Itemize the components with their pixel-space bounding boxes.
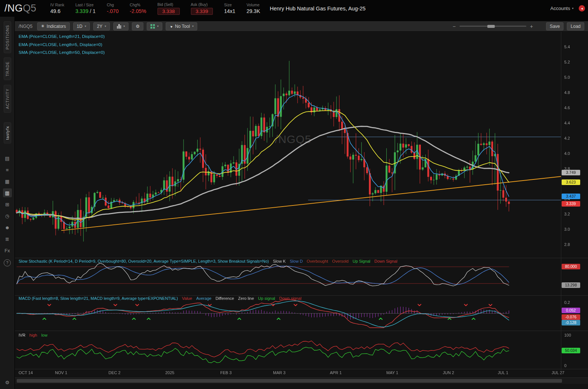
ivr-legend-0: high [29, 333, 37, 337]
gear-icon: ⚙ [136, 24, 140, 29]
macd-axis-bubble: 0.052 [562, 308, 580, 313]
sidebar-tab-tastyfx[interactable]: tastyfx [4, 122, 11, 143]
community-icon[interactable]: ☻ [3, 223, 12, 232]
price-axis-tick: 4.6 [564, 106, 570, 110]
symbol-block: /NGQ5 [4, 3, 36, 14]
watchlist-icon[interactable]: ≡ [3, 165, 12, 174]
chart-style-dropdown[interactable]: ▾ [113, 22, 129, 30]
price-axis-tick: 3.2 [564, 212, 570, 216]
bid-value[interactable]: 3.338 [157, 8, 180, 15]
stochastic-legend-4: Up Signal [353, 259, 370, 263]
help-icon[interactable]: ? [4, 259, 11, 266]
sidebar-tab-positions[interactable]: POSITIONS [4, 21, 11, 53]
quote-field-chg-pct: Chg%-2.05% [130, 3, 146, 14]
overlay-legend-0: EMA (Price=CLOSE, Length=21, Displace=0) [19, 33, 105, 41]
ask-value[interactable]: 3.339 [191, 8, 213, 15]
left-sidebar: POSITIONSTRADEACTIVITYtastyfx▤≡▦▥⊞◷☻≣Fx?… [0, 17, 15, 389]
indicators-button[interactable]: ✳ Indicators [37, 22, 69, 30]
macd-axis-tick: 0.2 [564, 300, 570, 305]
zoom-slider[interactable] [459, 26, 526, 27]
macd-legend-2: Difference [215, 296, 234, 301]
indicators-icon: ✳ [41, 24, 44, 29]
quote-field-last-size: Last / Size3.339 / 1 [75, 3, 96, 14]
range-dropdown[interactable]: 2Y ▾ [93, 22, 110, 30]
chevron-down-icon: ▾ [85, 25, 86, 28]
price-axis-tick: 5.2 [564, 60, 570, 64]
ivr-axis-bubble: 50.034 [562, 348, 580, 353]
collapse-panel-button[interactable]: ◂ [579, 5, 585, 12]
timeframe-dropdown[interactable]: 1D ▾ [73, 22, 90, 30]
stochastic-header: Slow Stochastic (K Period=14, D Period=9… [19, 259, 397, 263]
load-button[interactable]: Load [567, 22, 584, 30]
zoom-slider-thumb[interactable] [487, 25, 495, 28]
overlay-legend-2: SMA (Price=CLOSE, Length=50, Displace=0) [19, 49, 105, 57]
symbol-contract: Q5 [23, 3, 36, 14]
time-axis-label: NOV 1 [55, 370, 67, 375]
panel-divider [15, 258, 588, 258]
sidebar-icon-group: ▤≡▦▥⊞◷☻≣Fx? [3, 154, 12, 266]
history-icon[interactable]: ◷ [3, 211, 12, 220]
zoom-in-button[interactable]: + [530, 23, 533, 29]
apps-grid-icon[interactable]: ⊞ [3, 200, 12, 209]
bid-label: Bid (Sell) [157, 2, 173, 7]
chart-overlay-legend: EMA (Price=CLOSE, Length=21, Displace=0)… [19, 33, 105, 57]
chevron-down-icon: ▾ [123, 25, 125, 28]
macd-legend-0: Value [182, 296, 192, 301]
quote-header: /NGQ5 IV Rank49.6Last / Size3.339 / 1Chg… [0, 0, 588, 17]
price-chart-canvas[interactable] [15, 32, 561, 375]
indicators-label: Indicators [47, 24, 66, 29]
chart-icon[interactable]: ▥ [3, 188, 12, 197]
time-axis-label: APR 1 [330, 370, 342, 375]
chg-value: -.070 [107, 8, 118, 14]
stochastic-legend-5: Down Signal [374, 259, 397, 263]
price-axis-tick: 4.8 [564, 90, 570, 95]
macd-label: MACD (Fast length=8, Slow length=21, MAC… [19, 296, 178, 301]
sidebar-settings-icon[interactable]: ⚙ [5, 380, 10, 385]
quote-fields: IV Rank49.6Last / Size3.339 / 1Chg-.070C… [51, 2, 260, 15]
chart-toolbar: /NGQ5 ✳ Indicators 1D ▾ 2Y ▾ ▾ ⚙ ▾ ▲ No … [15, 21, 588, 32]
news-icon[interactable]: ▤ [3, 154, 12, 163]
quote-field-iv-rank: IV Rank49.6 [51, 3, 64, 14]
chart-settings-button[interactable]: ⚙ [132, 22, 143, 30]
last-size-suffix: / 1 [88, 8, 95, 14]
stochastic-legend-3: Oversold [332, 259, 348, 263]
size-value: 14x1 [224, 8, 235, 14]
price-axis-bubble: 3.339 [562, 201, 580, 207]
stochastic-axis-bubble: 80.000 [562, 264, 580, 269]
stochastic-legend-1: Slow D [290, 259, 303, 263]
price-axis-tick: 4.4 [564, 121, 570, 125]
drawing-tool-dropdown[interactable]: ▲ No Tool ▾ [166, 22, 197, 30]
last-size-value: 3.339 / 1 [75, 8, 96, 14]
time-axis-label: JUN 2 [443, 370, 454, 375]
panel-divider [15, 331, 588, 331]
accounts-dropdown[interactable]: Accounts ▾ [550, 6, 574, 11]
cursor-icon: ▲ [169, 24, 173, 29]
time-axis-label: MAR 3 [273, 370, 286, 375]
chg-pct-label: Chg% [130, 3, 140, 7]
stochastic-axis-bubble: 13.298 [562, 282, 580, 288]
products-icon[interactable]: ▦ [3, 177, 12, 186]
chart-scrollbar[interactable] [15, 377, 588, 384]
quote-field-ask: Ask (Buy)3.339 [191, 2, 213, 15]
time-axis: OCT 14NOV 1DEC 22025FEB 3MAR 3APR 1MAY 1… [15, 370, 561, 376]
macd-axis-bubble: -0.076 [562, 314, 580, 320]
layers-icon[interactable]: ≣ [3, 234, 12, 243]
instrument-title: Henry Hub Natural Gas Futures, Aug-25 [270, 6, 366, 12]
panel-divider [15, 295, 588, 296]
zoom-out-button[interactable]: − [453, 23, 456, 29]
quote-field-size: Size14x1 [224, 3, 235, 14]
fx-icon[interactable]: Fx [3, 246, 12, 255]
collapse-arrow-icon: ◂ [581, 6, 583, 10]
scrollbar-thumb[interactable] [17, 379, 562, 383]
save-button[interactable]: Save [546, 22, 563, 30]
chg-pct-value: -2.05% [130, 8, 146, 14]
layout-grid-dropdown[interactable]: ▾ [147, 22, 162, 30]
sidebar-tab-trade[interactable]: TRADE [4, 58, 11, 80]
time-axis-label: FEB 3 [220, 370, 232, 375]
bar-chart-icon [117, 24, 121, 29]
ivr-header: IVRhighlow [19, 333, 48, 337]
sidebar-tab-activity[interactable]: ACTIVITY [4, 85, 11, 113]
stochastic-legend-2: Overbought [307, 259, 328, 263]
layout-grid-icon [150, 24, 155, 29]
price-axis-tick: 4.2 [564, 136, 570, 140]
